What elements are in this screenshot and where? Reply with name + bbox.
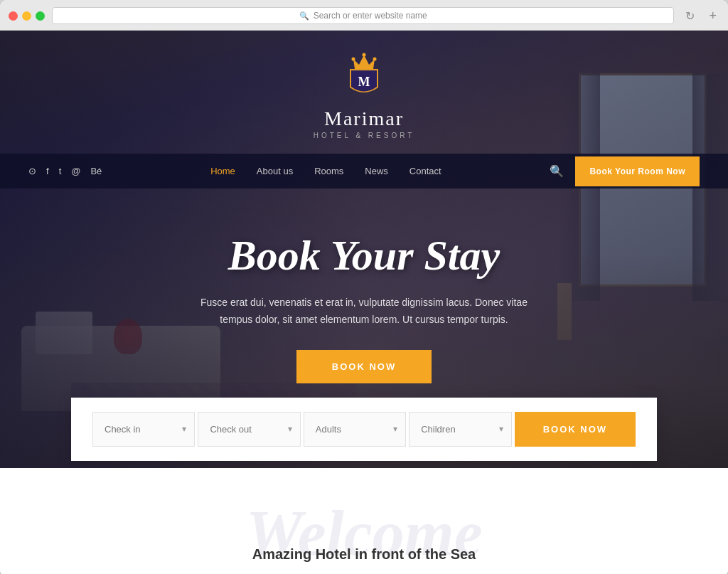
social-website[interactable]: @ bbox=[71, 166, 80, 176]
svg-text:M: M bbox=[358, 75, 370, 89]
svg-point-3 bbox=[373, 58, 377, 61]
website-content: M Marimar HOTEL & RESORT ⊙ f t @ Bé H bbox=[0, 31, 728, 574]
hero-section: M Marimar HOTEL & RESORT ⊙ f t @ Bé H bbox=[0, 31, 728, 468]
maximize-button[interactable] bbox=[36, 11, 45, 21]
book-room-nav-button[interactable]: Book Your Room Now bbox=[575, 156, 700, 186]
svg-point-1 bbox=[352, 58, 355, 61]
minimize-button[interactable] bbox=[22, 11, 31, 21]
nav-right: 🔍 Book Your Room Now bbox=[550, 156, 700, 186]
address-bar[interactable]: 🔍 Search or enter website name bbox=[52, 7, 674, 24]
adults-select[interactable]: Adults 1 2 3 4 bbox=[304, 412, 406, 447]
traffic-lights bbox=[9, 11, 45, 21]
social-links: ⊙ f t @ Bé bbox=[28, 166, 102, 176]
search-icon: 🔍 bbox=[299, 11, 309, 21]
welcome-container: Welcome Amazing Hotel in front of the Se… bbox=[28, 496, 700, 563]
browser-chrome: 🔍 Search or enter website name ↻ + bbox=[0, 0, 728, 31]
nav-item-home[interactable]: Home bbox=[210, 164, 235, 178]
logo-title: Marimar bbox=[324, 107, 404, 130]
social-behance[interactable]: Bé bbox=[90, 166, 102, 176]
nav-item-rooms[interactable]: Rooms bbox=[314, 164, 343, 178]
nav-item-contact[interactable]: Contact bbox=[410, 164, 441, 178]
book-now-bar-button[interactable]: BOOK NOW bbox=[515, 412, 636, 447]
check-in-wrapper: Check in Jan 2024 Feb 2024 Mar 2024 bbox=[92, 412, 195, 447]
svg-marker-0 bbox=[353, 55, 375, 69]
hero-subtitle: Fusce erat dui, venenatis et erat in, vu… bbox=[186, 294, 542, 329]
new-tab-button[interactable]: + bbox=[706, 9, 719, 23]
check-out-select[interactable]: Check out Jan 2024 Feb 2024 Mar 2024 bbox=[198, 412, 300, 447]
hero-content: Book Your Stay Fusce erat dui, venenatis… bbox=[0, 188, 728, 412]
browser-window: 🔍 Search or enter website name ↻ + bbox=[0, 0, 728, 574]
check-in-select[interactable]: Check in Jan 2024 Feb 2024 Mar 2024 bbox=[92, 412, 195, 447]
nav-item-news[interactable]: News bbox=[365, 164, 388, 178]
logo-emblem: M bbox=[339, 52, 389, 102]
top-bar: M Marimar HOTEL & RESORT bbox=[0, 31, 728, 147]
book-now-hero-button[interactable]: BOOK NOW bbox=[296, 350, 432, 383]
hero-title: Book Your Stay bbox=[14, 231, 714, 280]
refresh-button[interactable]: ↻ bbox=[681, 8, 699, 24]
navbar: ⊙ f t @ Bé Home About us Rooms News Cont… bbox=[0, 154, 728, 188]
close-button[interactable] bbox=[9, 11, 18, 21]
address-text: Search or enter website name bbox=[314, 11, 427, 21]
search-nav-button[interactable]: 🔍 bbox=[550, 164, 564, 178]
booking-bar: Check in Jan 2024 Feb 2024 Mar 2024 Chec… bbox=[71, 398, 657, 461]
nav-menu: Home About us Rooms News Contact bbox=[210, 154, 441, 188]
svg-point-2 bbox=[363, 53, 366, 57]
children-select[interactable]: Children 0 1 2 3 bbox=[409, 412, 511, 447]
welcome-section: Welcome Amazing Hotel in front of the Se… bbox=[0, 468, 728, 574]
nav-item-about[interactable]: About us bbox=[257, 164, 293, 178]
children-wrapper: Children 0 1 2 3 bbox=[409, 412, 511, 447]
adults-wrapper: Adults 1 2 3 4 bbox=[304, 412, 406, 447]
logo-area: M Marimar HOTEL & RESORT bbox=[0, 52, 728, 139]
welcome-subtitle: Amazing Hotel in front of the Sea bbox=[28, 546, 700, 563]
social-twitter[interactable]: t bbox=[59, 166, 62, 176]
logo-subtitle: HOTEL & RESORT bbox=[314, 132, 415, 139]
social-pinterest[interactable]: ⊙ bbox=[28, 166, 36, 176]
watermark-row: Welcome bbox=[28, 496, 700, 539]
check-out-wrapper: Check out Jan 2024 Feb 2024 Mar 2024 bbox=[198, 412, 300, 447]
social-facebook[interactable]: f bbox=[46, 166, 49, 176]
